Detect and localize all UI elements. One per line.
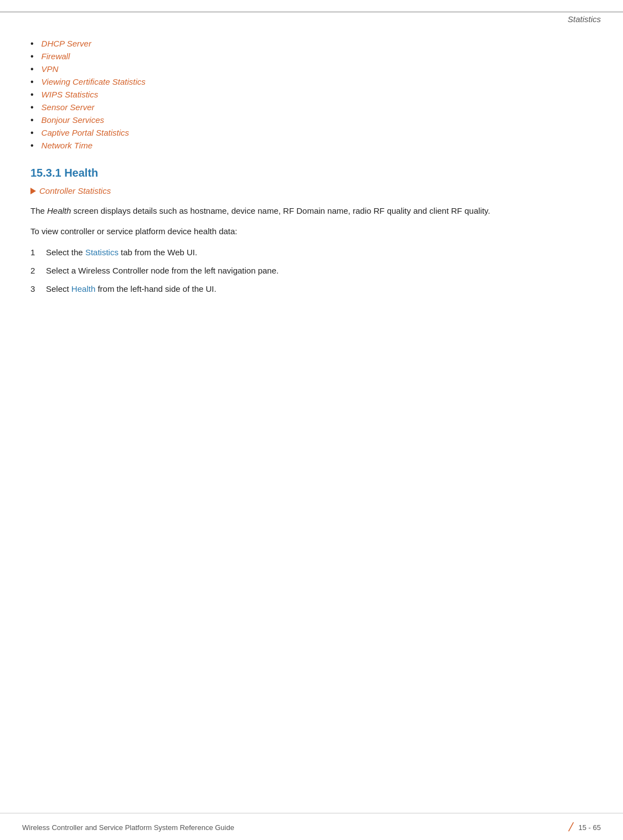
bullet-dot: •	[30, 116, 34, 125]
list-item: • Captive Portal Statistics	[30, 128, 593, 137]
step-number-1: 1	[30, 246, 46, 259]
step-3: 3 Select Health from the left-hand side …	[30, 282, 593, 295]
statistics-link[interactable]: Statistics	[85, 248, 119, 257]
step-number-3: 3	[30, 282, 46, 295]
dhcp-server-link[interactable]: DHCP Server	[42, 39, 91, 48]
sub-heading-row: Controller Statistics	[30, 186, 593, 195]
wips-statistics-link[interactable]: WIPS Statistics	[42, 90, 99, 99]
list-item: • VPN	[30, 64, 593, 74]
bullet-dot: •	[30, 65, 34, 74]
header-area: Statistics	[568, 11, 601, 24]
step-number-2: 2	[30, 264, 46, 277]
paragraph-1: The Health screen displays details such …	[30, 204, 593, 217]
bonjour-services-link[interactable]: Bonjour Services	[42, 115, 104, 125]
top-border	[0, 11, 623, 13]
vpn-link[interactable]: VPN	[42, 64, 59, 74]
paragraph1-prefix: The	[30, 206, 47, 215]
steps-list: 1 Select the Statistics tab from the Web…	[30, 246, 593, 296]
list-item: • WIPS Statistics	[30, 90, 593, 99]
step-1: 1 Select the Statistics tab from the Web…	[30, 246, 593, 259]
list-item: • Firewall	[30, 51, 593, 61]
viewing-certificate-statistics-link[interactable]: Viewing Certificate Statistics	[42, 77, 146, 86]
list-item: • Viewing Certificate Statistics	[30, 77, 593, 86]
step-3-text: Select Health from the left-hand side of…	[46, 282, 217, 295]
captive-portal-statistics-link[interactable]: Captive Portal Statistics	[42, 128, 129, 137]
bullet-dot: •	[30, 78, 34, 86]
firewall-link[interactable]: Firewall	[42, 51, 70, 61]
health-link[interactable]: Health	[71, 284, 95, 293]
header-title: Statistics	[568, 14, 601, 24]
triangle-icon	[30, 188, 36, 194]
footer-right: / 15 - 65	[569, 820, 601, 834]
paragraph1-suffix: screen displays details such as hostname…	[71, 206, 490, 215]
controller-statistics-link[interactable]: Controller Statistics	[39, 186, 111, 195]
main-content: • DHCP Server • Firewall • VPN • Viewing…	[0, 11, 623, 334]
list-item: • Network Time	[30, 141, 593, 150]
network-time-link[interactable]: Network Time	[42, 141, 92, 150]
step-1-text: Select the Statistics tab from the Web U…	[46, 246, 197, 259]
bullet-dot: •	[30, 52, 34, 61]
bullet-dot: •	[30, 141, 34, 150]
bullet-list: • DHCP Server • Firewall • VPN • Viewing…	[30, 39, 593, 150]
list-item: • DHCP Server	[30, 39, 593, 48]
paragraph1-italic: Health	[47, 206, 71, 215]
list-item: • Bonjour Services	[30, 115, 593, 125]
footer-page-number: 15 - 65	[579, 823, 601, 832]
list-item: • Sensor Server	[30, 102, 593, 112]
footer-slash-icon: /	[568, 820, 575, 834]
section-heading: 15.3.1 Health	[30, 167, 593, 179]
step-2: 2 Select a Wireless Controller node from…	[30, 264, 593, 277]
sensor-server-link[interactable]: Sensor Server	[42, 102, 95, 112]
footer: Wireless Controller and Service Platform…	[0, 813, 623, 834]
footer-left-text: Wireless Controller and Service Platform…	[22, 823, 234, 832]
step-2-text: Select a Wireless Controller node from t…	[46, 264, 279, 277]
paragraph-2: To view controller or service platform d…	[30, 225, 593, 238]
page-container: Statistics • DHCP Server • Firewall • VP…	[0, 11, 623, 840]
bullet-dot: •	[30, 128, 34, 137]
bullet-dot: •	[30, 39, 34, 48]
bullet-dot: •	[30, 90, 34, 99]
bullet-dot: •	[30, 103, 34, 112]
